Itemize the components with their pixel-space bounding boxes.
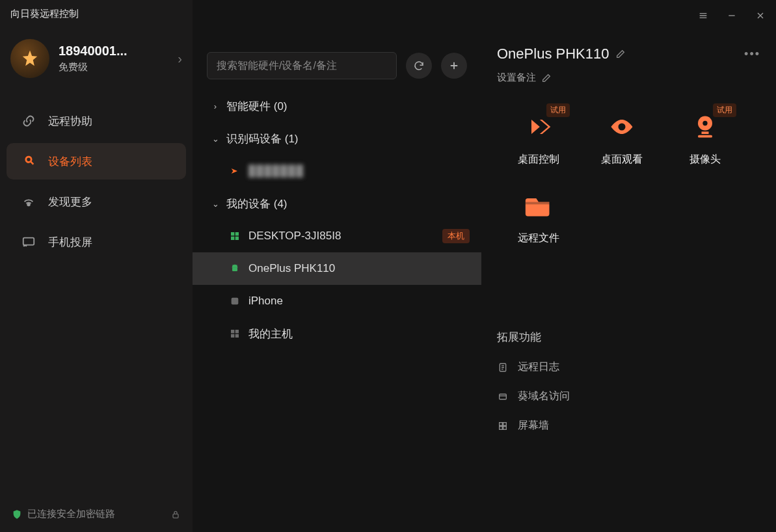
action-label: 桌面控制: [518, 153, 559, 166]
action-folder[interactable]: 远程文件: [497, 190, 580, 245]
svg-point-0: [27, 204, 30, 206]
action-label: 桌面观看: [601, 153, 643, 166]
device-name: iPhone: [248, 295, 470, 308]
group-label: 我的设备 (4): [226, 196, 288, 211]
svg-rect-10: [235, 330, 239, 333]
android-icon: [229, 263, 241, 274]
group-header[interactable]: ›智能硬件 (0): [193, 90, 481, 122]
nav-label: 手机投屏: [48, 235, 92, 250]
action-eye[interactable]: 桌面观看: [580, 111, 663, 166]
chevron-icon: ⌄: [211, 199, 220, 209]
chevron-right-icon: ›: [178, 51, 182, 66]
svg-rect-15: [702, 131, 709, 134]
extras-title: 拓展功能: [497, 330, 760, 345]
connection-status: 已连接安全加密链路: [27, 508, 115, 520]
device-row[interactable]: iPhone: [193, 285, 481, 317]
device-row[interactable]: DESKTOP-3JI85I8本机: [193, 220, 481, 252]
nav-discover[interactable]: 发现更多: [7, 183, 186, 220]
svg-rect-16: [698, 135, 712, 138]
action-label: 摄像头: [689, 153, 721, 166]
nav-remote-assist[interactable]: 远程协助: [7, 103, 186, 139]
windows-icon: [229, 230, 241, 242]
svg-rect-7: [232, 268, 237, 271]
eye-icon: [606, 111, 637, 142]
detail-title: OnePlus PHK110: [497, 46, 609, 62]
extra-grid[interactable]: 屏幕墙: [497, 419, 760, 432]
trial-badge: 试用: [546, 103, 570, 117]
apple-icon: [229, 295, 241, 307]
account-id: 18940001...: [59, 44, 178, 59]
chevron-icon: ›: [211, 101, 220, 111]
edit-icon[interactable]: [615, 49, 626, 59]
svg-rect-4: [235, 232, 239, 235]
group-label: 识别码设备 (1): [226, 131, 299, 146]
windows-grey-icon: [229, 328, 241, 339]
extra-label: 葵域名访问: [518, 390, 570, 403]
device-name: OnePlus PHK110: [248, 262, 470, 275]
search-input[interactable]: [207, 52, 397, 79]
account-block[interactable]: 18940001... 免费级 ›: [0, 27, 193, 96]
group-header[interactable]: ⌄我的设备 (4): [193, 187, 481, 220]
svg-rect-2: [173, 514, 178, 518]
device-name: 我的主机: [248, 326, 470, 341]
search-input-wrapper: [207, 52, 397, 79]
minimize-button[interactable]: [725, 9, 738, 22]
svg-rect-21: [500, 426, 503, 429]
menu-button[interactable]: [697, 9, 710, 22]
app-title: 向日葵远程控制: [0, 0, 193, 27]
folder-icon: [523, 190, 554, 221]
svg-rect-19: [500, 422, 503, 425]
nav-label: 设备列表: [48, 154, 92, 169]
svg-rect-18: [500, 394, 507, 399]
svg-rect-3: [231, 232, 234, 235]
svg-rect-9: [231, 330, 234, 333]
svg-rect-5: [231, 237, 234, 240]
svg-rect-22: [503, 426, 507, 429]
device-row[interactable]: ███████: [193, 155, 481, 187]
shield-icon: [12, 509, 22, 520]
log-icon: [497, 362, 509, 373]
cast-icon: [21, 234, 36, 250]
svg-rect-11: [231, 334, 234, 338]
lock-icon[interactable]: [170, 509, 181, 520]
extra-domain[interactable]: 葵域名访问: [497, 390, 760, 403]
device-row[interactable]: OnePlus PHK110: [193, 252, 481, 285]
nav-label: 发现更多: [48, 194, 92, 209]
svg-rect-20: [503, 422, 507, 425]
group-header[interactable]: ⌄识别码设备 (1): [193, 122, 481, 155]
extra-label: 远程日志: [518, 360, 559, 374]
add-button[interactable]: [441, 53, 467, 79]
nav-device-list[interactable]: 设备列表: [7, 143, 186, 180]
grid-icon: [497, 420, 509, 432]
edit-icon[interactable]: [541, 73, 552, 83]
avatar: [10, 39, 49, 78]
nav-phone-cast[interactable]: 手机投屏: [7, 224, 186, 260]
close-button[interactable]: [754, 9, 767, 22]
link-icon: [21, 113, 36, 129]
nav-label: 远程协助: [48, 114, 92, 129]
domain-icon: [497, 391, 509, 403]
svg-rect-8: [232, 298, 239, 305]
device-name: DESKTOP-3JI85I8: [248, 230, 438, 243]
sunlogin-icon: [229, 165, 241, 177]
trial-badge: 试用: [713, 103, 736, 117]
account-tier: 免费级: [59, 61, 178, 73]
svg-rect-6: [235, 237, 239, 240]
extra-log[interactable]: 远程日志: [497, 360, 760, 374]
device-name: ███████: [248, 165, 470, 178]
svg-point-14: [702, 121, 707, 126]
refresh-button[interactable]: [406, 53, 432, 79]
extra-label: 屏幕墙: [518, 419, 549, 432]
chevron-icon: ⌄: [211, 134, 220, 144]
more-icon[interactable]: •••: [744, 47, 760, 61]
radar-icon: [21, 194, 36, 209]
svg-rect-1: [23, 238, 34, 245]
device-row[interactable]: 我的主机: [193, 317, 481, 350]
action-camera[interactable]: 试用摄像头: [663, 111, 747, 166]
action-control[interactable]: 试用桌面控制: [497, 111, 580, 166]
group-label: 智能硬件 (0): [226, 99, 288, 114]
local-badge: 本机: [442, 229, 470, 243]
svg-rect-12: [235, 334, 239, 338]
detail-subtitle[interactable]: 设置备注: [497, 72, 536, 84]
sun-icon: [21, 153, 36, 169]
